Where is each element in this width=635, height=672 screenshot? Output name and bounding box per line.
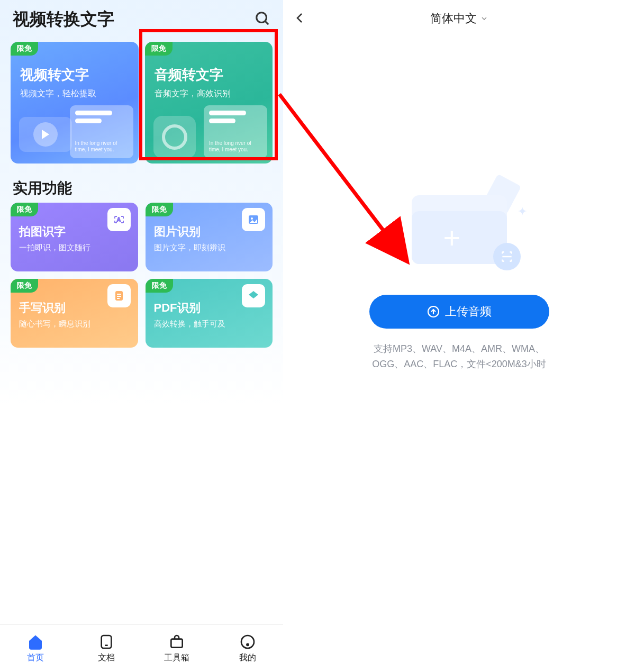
free-badge: 限免	[145, 42, 173, 56]
back-button[interactable]	[294, 12, 306, 26]
card-subtitle: 音频文字，高效识别	[155, 88, 264, 99]
svg-text:A: A	[117, 217, 121, 223]
image-icon	[242, 208, 265, 231]
language-label: 简体中文	[430, 11, 477, 26]
audio-to-text-card[interactable]: 限免 音频转文字 音频文字，高效识别 In the long river of …	[145, 42, 273, 164]
card-subtitle: 视频文字，轻松提取	[20, 88, 129, 99]
svg-rect-9	[101, 635, 111, 648]
video-to-text-card[interactable]: 限免 视频转文字 视频文字，轻松提取 In the long river of …	[11, 42, 139, 164]
card-subtitle: 随心书写，瞬息识别	[19, 319, 130, 329]
page-title: 视频转换文字	[13, 8, 114, 31]
tab-tools[interactable]: 工具箱	[142, 625, 213, 672]
tab-bar: 首页 文档 工具箱 我的	[0, 624, 283, 672]
tab-home[interactable]: 首页	[0, 625, 71, 672]
svg-rect-7	[117, 296, 121, 297]
card-subtitle: 图片文字，即刻辨识	[154, 243, 265, 253]
scan-icon	[493, 243, 521, 270]
free-badge: 限免	[146, 279, 173, 293]
tab-label: 工具箱	[164, 652, 189, 664]
supported-formats-text: 支持MP3、WAV、M4A、AMR、WMA、OGG、AAC、FLAC，文件<20…	[364, 341, 555, 372]
upload-audio-button[interactable]: 上传音频	[369, 295, 549, 329]
svg-rect-8	[117, 298, 120, 299]
svg-point-13	[247, 644, 249, 646]
svg-rect-6	[117, 294, 121, 295]
ocr-icon: A	[107, 208, 131, 231]
upload-label: 上传音频	[445, 304, 492, 320]
document-icon	[107, 284, 131, 307]
tab-docs[interactable]: 文档	[71, 625, 142, 672]
card-subtitle: 一拍即识，图文随行	[19, 243, 130, 253]
tab-label: 我的	[239, 652, 256, 664]
home-screen: 视频转换文字 限免 视频转文字 视频文字，轻松提取 In the long ri…	[0, 0, 283, 672]
svg-rect-11	[171, 639, 183, 648]
chevron-down-icon	[480, 14, 488, 23]
tab-label: 文档	[98, 652, 115, 664]
upload-icon	[427, 305, 440, 318]
tab-profile[interactable]: 我的	[212, 625, 283, 672]
svg-point-4	[251, 217, 253, 220]
search-icon[interactable]	[255, 11, 270, 29]
play-icon	[19, 117, 72, 152]
note-preview: In the long river of time, I meet you.	[204, 105, 267, 158]
card-title: 视频转文字	[20, 66, 129, 84]
tab-label: 首页	[27, 652, 44, 664]
svg-point-0	[257, 13, 267, 23]
section-title: 实用功能	[0, 169, 283, 203]
card-title: 音频转文字	[155, 66, 264, 84]
folder-illustration: + ✦	[401, 178, 518, 274]
free-badge: 限免	[11, 42, 38, 56]
audio-icon	[153, 116, 196, 158]
handwriting-card[interactable]: 限免 手写识别 随心书写，瞬息识别	[11, 279, 138, 348]
image-recognition-card[interactable]: 限免 图片识别 图片文字，即刻辨识	[146, 203, 273, 271]
pdf-icon	[242, 284, 265, 307]
note-preview: In the long river of time, I meet you.	[70, 105, 133, 158]
language-select[interactable]: 简体中文	[430, 11, 488, 26]
card-subtitle: 高效转换，触手可及	[154, 319, 265, 329]
free-badge: 限免	[11, 279, 38, 293]
free-badge: 限免	[11, 203, 38, 216]
free-badge: 限免	[146, 203, 173, 216]
upload-screen: 简体中文 + ✦ 上传音频 支持MP3、WAV、M4A、AMR、WMA、OGG、…	[283, 0, 635, 672]
pdf-recognition-card[interactable]: 限免 PDF识别 高效转换，触手可及	[146, 279, 273, 348]
photo-ocr-card[interactable]: 限免 A 拍图识字 一拍即识，图文随行	[11, 203, 138, 271]
svg-line-1	[265, 21, 268, 24]
svg-point-12	[241, 635, 254, 648]
